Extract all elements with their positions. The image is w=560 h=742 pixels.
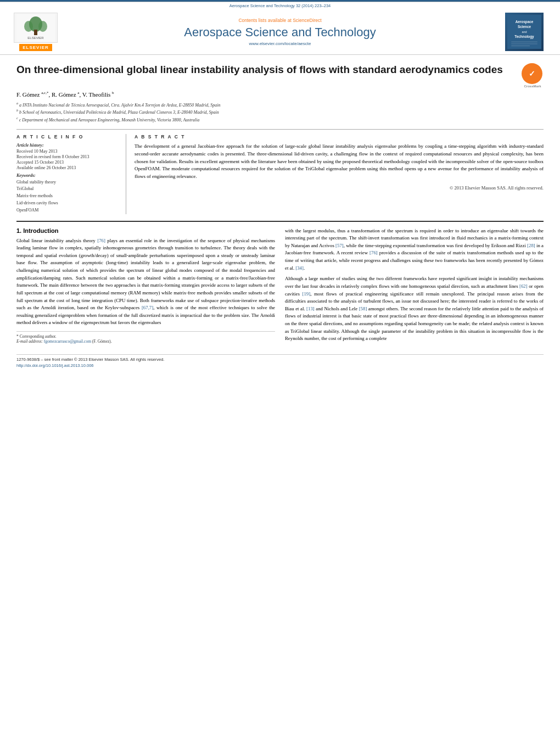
doi-line: http://dx.doi.org/10.1016/j.ast.2013.10.… [16,363,544,368]
svg-point-4 [38,21,47,32]
svg-text:Technology: Technology [514,35,534,39]
revised-date: Received in revised form 8 October 2013 [16,154,119,159]
abstract-header: A B S T R A C T [135,134,544,140]
article-history-label: Article history: [16,143,119,148]
body-two-col: 1. Introduction Global linear instabilit… [16,227,544,346]
svg-text:and: and [522,30,527,34]
crossmark-badge[interactable]: ✓ CrossMark [522,63,544,85]
received-date: Received 10 May 2013 [16,149,119,154]
corr-label: * Corresponding author. [16,334,275,339]
svg-text:Science: Science [518,25,531,29]
journal-citation: Aerospace Science and Technology 32 (201… [229,3,331,8]
abstract-text: The development of a general Jacobian-fr… [135,143,544,181]
journal-header-center: Contents lists available at ScienceDirec… [60,18,500,46]
article-title-row: On three-dimensional global linear insta… [16,63,544,85]
elsevier-logo: ELSEVIER ELSEVIER [11,13,60,51]
keywords-list: Global stability theory TriGlobal Matrix… [16,179,119,214]
intro-para-right-1: with the largest modulus, thus a transfo… [285,227,544,272]
journal-header: ELSEVIER ELSEVIER Contents lists availab… [0,9,560,55]
email-label: E-mail address: [16,339,43,344]
elsevier-logo-image: ELSEVIER [14,13,58,43]
keywords-label: Keywords: [16,173,119,178]
intro-para-left: Global linear instability analysis theor… [16,237,275,327]
article-info-abstract: A R T I C L E I N F O Article history: R… [16,129,544,214]
affiliation-c: c c Department of Mechanical and Aerospa… [16,116,544,124]
elsevier-wordmark: ELSEVIER [19,44,52,51]
elsevier-logo-section: ELSEVIER ELSEVIER [11,13,60,51]
keyword-5: OpenFOAM [16,207,119,214]
body-content: 1. Introduction Global linear instabilit… [16,221,544,346]
email-suffix: (F. Gómez). [92,339,112,344]
email-address[interactable]: fgomezcarrasco@gmail.com [44,339,91,344]
author-1: F. Gómez a,c,* [16,91,48,98]
intro-para-right-2: Although a large number of studies using… [285,275,544,343]
svg-point-3 [24,21,33,32]
crossmark-icon: ✓ [522,63,542,84]
corresponding-author-note: * Corresponding author. E-mail address: … [16,331,275,344]
intro-section-title: 1. Introduction [16,227,275,234]
svg-rect-2 [34,30,37,35]
authors-line: F. Gómez a,c,*, R. Gómez a, V. Theofilis… [16,91,544,98]
copyright-notice: © 2013 Elsevier Masson SAS. All rights r… [135,185,544,191]
keyword-4: Lid-driven cavity flows [16,200,119,207]
keyword-1: Global stability theory [16,179,119,186]
journal-id-bar: Aerospace Science and Technology 32 (201… [0,2,560,9]
accepted-date: Accepted 15 October 2013 [16,160,119,165]
journal-cover-thumb: Aerospace Science and Technology [505,13,544,51]
keyword-2: TriGlobal [16,186,119,193]
available-date: Available online 26 October 2013 [16,165,119,170]
author-2: R. Gómez a [52,91,79,98]
journal-url[interactable]: www.elsevier.com/locate/aescte [60,41,500,46]
abstract-col: A B S T R A C T The development of a gen… [135,134,544,214]
article-info-header: A R T I C L E I N F O [16,134,119,140]
body-right-col: with the largest modulus, thus a transfo… [285,227,544,346]
journal-title: Aerospace Science and Technology [60,25,500,40]
body-left-col: 1. Introduction Global linear instabilit… [16,227,275,346]
author-3: V. Theofilis b [82,91,114,98]
sciencedirect-notice: Contents lists available at ScienceDirec… [60,18,500,23]
main-content: On three-dimensional global linear insta… [0,55,560,377]
journal-thumbnail: Aerospace Science and Technology [500,13,549,51]
article-title-text: On three-dimensional global linear insta… [16,63,516,77]
affiliation-b: b b School of Aeronautics, Universidad P… [16,108,544,116]
affiliations: a a INTA Instituto Nacional de Técnica A… [16,101,544,124]
affiliation-a: a a INTA Instituto Nacional de Técnica A… [16,101,544,109]
sciencedirect-link[interactable]: ScienceDirect [293,18,321,23]
page-footer: 1270-9638/$ – see front matter © 2013 El… [16,354,544,368]
email-line: E-mail address: fgomezcarrasco@gmail.com… [16,339,275,344]
keyword-3: Matrix-free methods [16,193,119,200]
doi-link[interactable]: http://dx.doi.org/10.1016/j.ast.2013.10.… [16,363,94,368]
svg-text:ELSEVIER: ELSEVIER [27,36,44,40]
svg-text:Aerospace: Aerospace [516,20,534,24]
issn-line: 1270-9638/$ – see front matter © 2013 El… [16,357,544,362]
article-info-col: A R T I C L E I N F O Article history: R… [16,134,126,214]
